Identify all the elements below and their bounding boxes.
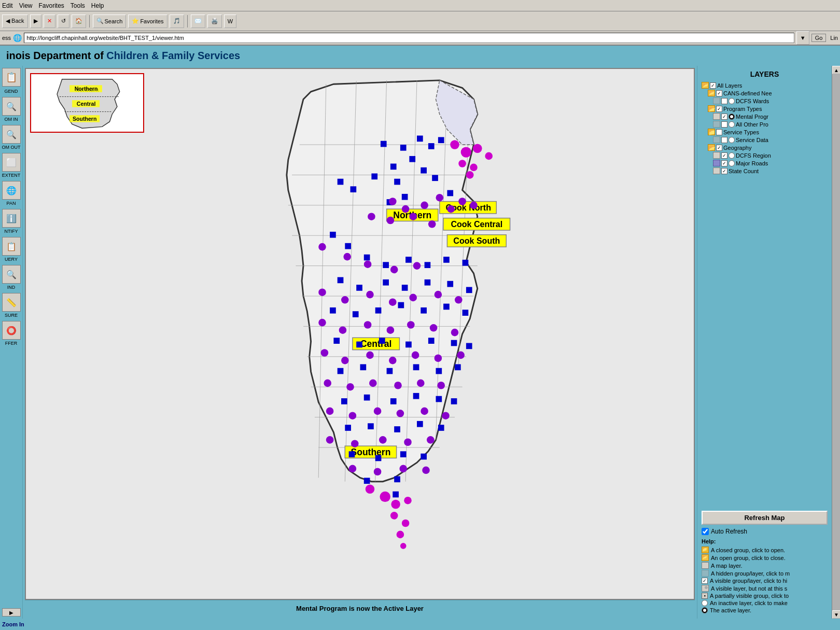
- address-input[interactable]: [24, 33, 794, 43]
- folder-open-icon[interactable]: 📂: [702, 82, 709, 89]
- back-button[interactable]: ◀ Back: [2, 15, 28, 28]
- refresh-map-button[interactable]: Refresh Map: [702, 511, 828, 525]
- media-button[interactable]: 🎵: [170, 15, 184, 28]
- cb-dcfs-wards[interactable]: [721, 98, 727, 104]
- legend-icon[interactable]: 📋: [2, 68, 21, 87]
- svg-point-139: [455, 296, 463, 304]
- zoom-out-tool[interactable]: 🔍: [2, 125, 21, 144]
- svg-rect-45: [438, 137, 444, 143]
- svg-point-112: [421, 202, 428, 209]
- toc-row-service-data[interactable]: Service Data: [702, 136, 828, 144]
- cb-program-types[interactable]: [716, 106, 722, 112]
- pan-label: PAN: [7, 201, 16, 206]
- search-button[interactable]: 🔍 Search: [93, 15, 127, 28]
- cb-major-roads[interactable]: [721, 160, 727, 166]
- buffer-tool[interactable]: ⭕: [2, 321, 21, 340]
- rb-mental[interactable]: [729, 114, 735, 120]
- menu-tools[interactable]: Tools: [71, 2, 85, 9]
- help-icon-folder-closed: 📁: [702, 547, 709, 553]
- svg-point-125: [387, 217, 395, 225]
- cb-dcfs-region[interactable]: [721, 152, 727, 159]
- toc-row-all-layers[interactable]: 📂 All Layers: [702, 81, 828, 89]
- auto-refresh-checkbox[interactable]: [702, 528, 709, 535]
- favorites-button[interactable]: ⭐ Favorites: [128, 15, 167, 28]
- zoom-in-tool[interactable]: 🔍: [2, 97, 21, 116]
- toc-row-program-types[interactable]: 📂 Program Types: [702, 105, 828, 113]
- cb-service-data[interactable]: [721, 137, 727, 143]
- menu-favorites[interactable]: Favorites: [38, 2, 64, 9]
- rb-other[interactable]: [729, 121, 735, 128]
- address-dropdown[interactable]: ▼: [796, 31, 809, 45]
- menu-help[interactable]: Help: [91, 2, 104, 9]
- scroll-up-arrow[interactable]: ▲: [832, 66, 840, 74]
- svg-rect-97: [451, 398, 457, 404]
- pan-tool[interactable]: 🌐: [2, 181, 21, 200]
- svg-rect-69: [425, 279, 431, 286]
- home-button[interactable]: 🏠: [72, 15, 86, 28]
- scroll-right-btn[interactable]: ▶: [2, 608, 21, 617]
- cb-all-layers[interactable]: [710, 82, 716, 89]
- cb-cans[interactable]: [716, 90, 722, 96]
- rb-dcfs-region[interactable]: [729, 152, 735, 159]
- cb-service-types[interactable]: [716, 129, 722, 135]
- toc-row-major-roads[interactable]: Major Roads: [702, 159, 828, 167]
- toc-row-cans[interactable]: 📂 CANS-defined Nee: [702, 89, 828, 97]
- scroll-down-arrow[interactable]: ▼: [832, 610, 840, 619]
- rb-service-data[interactable]: [729, 137, 735, 143]
- cb-geography[interactable]: [716, 145, 722, 151]
- rb-major-roads[interactable]: [729, 160, 735, 166]
- svg-rect-57: [330, 232, 336, 238]
- query-tool[interactable]: 📋: [2, 237, 21, 256]
- svg-point-159: [437, 382, 445, 389]
- toc-row-geography[interactable]: 📂 Geography: [702, 144, 828, 151]
- svg-rect-65: [338, 277, 344, 284]
- toc-row-mental[interactable]: Mental Progr: [702, 113, 828, 120]
- svg-point-135: [366, 291, 374, 299]
- scroll-track[interactable]: [832, 74, 840, 610]
- svg-rect-85: [466, 343, 472, 349]
- header-bold: Children & Family Services: [106, 50, 240, 61]
- cb-state-count[interactable]: [721, 168, 727, 174]
- folder-service-icon[interactable]: 📁: [708, 129, 715, 135]
- svg-point-171: [349, 465, 357, 473]
- cb-other[interactable]: [721, 121, 727, 128]
- menu-view[interactable]: View: [19, 2, 33, 9]
- forward-button[interactable]: ▶: [30, 15, 41, 28]
- svg-rect-55: [402, 194, 408, 200]
- find-tool[interactable]: 🔍: [2, 265, 21, 284]
- svg-point-123: [466, 171, 474, 179]
- folder-open-cans-icon[interactable]: 📂: [708, 90, 715, 96]
- go-button[interactable]: Go: [811, 34, 827, 42]
- toc-row-dcfs-wards[interactable]: DCFS Wards: [702, 97, 828, 105]
- rb-dcfs-wards[interactable]: [729, 98, 735, 104]
- help-icon-visible: [702, 578, 708, 584]
- print-button[interactable]: 🖨️: [207, 15, 222, 28]
- cb-mental[interactable]: [721, 114, 727, 120]
- svg-rect-93: [364, 395, 370, 401]
- overview-svg: Northern Northern Central Southern: [31, 74, 143, 132]
- help-row-6: A visible layer, but not at this s: [702, 585, 828, 592]
- identify-tool[interactable]: ℹ️: [2, 209, 21, 228]
- layer-hidden-dcfs-icon: [713, 97, 720, 104]
- measure-tool[interactable]: 📏: [2, 293, 21, 312]
- stop-button[interactable]: ✕: [44, 15, 55, 28]
- menu-edit[interactable]: Edit: [2, 2, 13, 9]
- main-map[interactable]: Northern Cook North Cook Central Cook So…: [145, 69, 689, 599]
- toc-row-service-types[interactable]: 📁 Service Types: [702, 128, 828, 136]
- find-label: IND: [7, 285, 16, 290]
- svg-point-156: [369, 380, 377, 387]
- extent-tool[interactable]: ⬜: [2, 153, 21, 172]
- toc-row-state-count[interactable]: State Count: [702, 167, 828, 175]
- map-inner[interactable]: Northern Northern Central Southern: [25, 68, 695, 600]
- layer-state-count-icon: [713, 167, 720, 174]
- toc-row-dcfs-region[interactable]: DCFS Region: [702, 151, 828, 159]
- word-button[interactable]: W: [224, 15, 236, 28]
- refresh-browser-button[interactable]: ↺: [58, 15, 69, 28]
- toc-row-other[interactable]: All Other Pro: [702, 120, 828, 128]
- folder-program-icon[interactable]: 📂: [708, 105, 715, 112]
- svg-point-150: [389, 357, 397, 365]
- folder-geo-icon[interactable]: 📂: [708, 144, 715, 151]
- identify-label: NTIFY: [5, 229, 18, 234]
- mail-button[interactable]: ✉️: [191, 15, 205, 28]
- svg-text:Central: Central: [77, 101, 96, 107]
